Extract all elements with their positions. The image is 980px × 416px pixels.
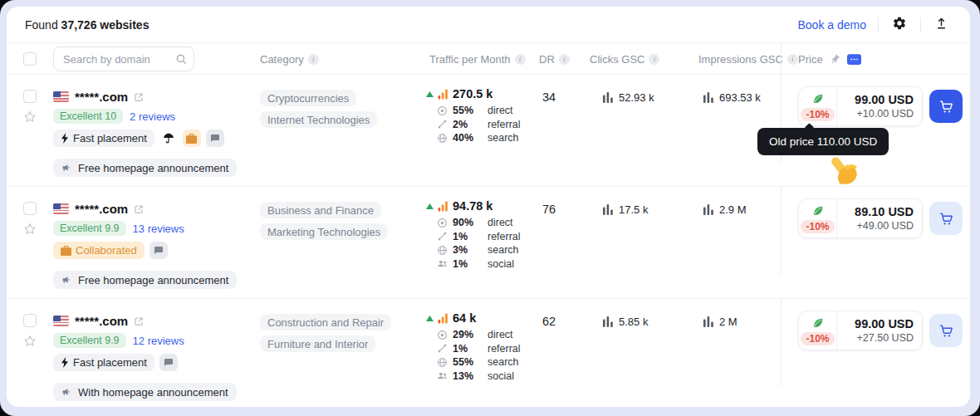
info-icon[interactable]: i [515, 54, 526, 65]
leaf-icon [811, 92, 825, 105]
traffic-source-label: social [488, 370, 514, 382]
discount-badge[interactable]: -10% [801, 108, 834, 121]
traffic-pct: 29% [453, 329, 483, 340]
old-price-tooltip: Old price 110.00 USD [757, 128, 889, 155]
column-price[interactable]: Price [781, 43, 970, 75]
price-extra: +10.00 USD [857, 108, 914, 120]
impressions-cell: 2.9 M [692, 202, 781, 290]
external-link-icon[interactable] [134, 204, 144, 214]
category-tag: Business and Finance [260, 202, 381, 218]
topbar: Found 37,726 websites Book a demo [7, 7, 970, 43]
column-dr[interactable]: DRi [532, 53, 583, 66]
coupon-icon[interactable] [847, 54, 861, 65]
umbrella-icon[interactable] [159, 130, 178, 147]
row-checkbox[interactable] [23, 202, 37, 215]
column-traffic[interactable]: Traffic per Monthi [423, 53, 532, 66]
reviews-link[interactable]: 13 reviews [133, 223, 184, 235]
traffic-source-label: referral [488, 343, 521, 355]
select-all-cell [23, 52, 53, 66]
external-link-icon[interactable] [134, 316, 144, 326]
comment-icon[interactable] [159, 354, 178, 371]
search-input[interactable] [53, 46, 194, 71]
domain-name[interactable]: *****.com [75, 90, 128, 104]
megaphone-icon [61, 163, 73, 174]
settings-button[interactable] [890, 14, 909, 35]
direct-icon [436, 330, 448, 340]
traffic-value: 64 k [453, 311, 476, 325]
search-cell [53, 46, 253, 71]
rating-badge: Excellent 9.9 [53, 333, 126, 348]
info-icon[interactable]: i [559, 54, 570, 65]
search-box[interactable] [53, 46, 194, 71]
traffic-pct: 40% [453, 132, 483, 144]
export-button[interactable] [933, 15, 950, 35]
category-tag: Furniture and Interior [260, 335, 375, 352]
reviews-link[interactable]: 2 reviews [130, 110, 175, 123]
discount-badge[interactable]: -10% [801, 332, 834, 345]
dr-cell: 34 [532, 90, 583, 178]
briefcase-icon[interactable] [183, 130, 201, 147]
comment-icon[interactable] [149, 242, 168, 259]
category-cell: CryptocurrenciesInternet Technologies [253, 90, 423, 178]
row-select-cell [23, 90, 53, 178]
clicks-value: 52.93 k [619, 91, 654, 104]
search-icon [436, 245, 448, 256]
search-icon [436, 357, 448, 368]
us-flag-icon [53, 203, 69, 214]
rating-badge: Excellent 10 [53, 109, 123, 124]
info-icon[interactable]: i [308, 54, 319, 65]
price-card: -10% 99.00 USD +10.00 USD [798, 86, 923, 126]
traffic-breakdown-row: 1%referral [426, 231, 532, 242]
table-row: *****.com Excellent 9.9 13 reviews Colla… [7, 187, 970, 299]
column-impressions[interactable]: Impressions GSCi [692, 53, 781, 66]
marketplace-panel: Found 37,726 websites Book a demo [7, 7, 970, 407]
traffic-source-label: search [488, 244, 519, 256]
favorite-star-icon[interactable] [22, 334, 37, 349]
select-all-checkbox[interactable] [23, 52, 37, 66]
domain-cell: *****.com Excellent 9.9 13 reviews Colla… [53, 202, 253, 290]
book-demo-link[interactable]: Book a demo [798, 18, 867, 32]
pin-icon[interactable] [827, 51, 842, 66]
traffic-value: 270.5 k [453, 87, 492, 100]
divider [920, 17, 921, 32]
add-to-cart-button[interactable] [929, 202, 963, 235]
results-count-prefix: Found [25, 18, 58, 32]
table-row: *****.com Excellent 10 2 reviews Fast pl… [7, 75, 970, 187]
column-category[interactable]: Categoryi [253, 53, 423, 66]
category-tag: Marketing Technologies [260, 223, 388, 240]
favorite-star-icon[interactable] [22, 110, 37, 125]
info-icon[interactable]: i [649, 54, 659, 65]
leaf-icon [811, 204, 825, 218]
traffic-bars-icon [438, 201, 448, 212]
domain-name[interactable]: *****.com [75, 314, 128, 328]
bar-chart-icon [703, 204, 713, 215]
traffic-breakdown-row: 3%search [426, 244, 532, 256]
results-count: Found 37,726 websites [25, 18, 149, 32]
divider [878, 17, 879, 32]
traffic-cell: 94.78 k 90%direct1%referral3%search1%soc… [423, 202, 532, 290]
dr-cell: 62 [532, 314, 583, 401]
traffic-pct: 3% [453, 244, 483, 256]
row-checkbox[interactable] [23, 314, 37, 327]
domain-cell: *****.com Excellent 10 2 reviews Fast pl… [53, 90, 253, 178]
domain-name[interactable]: *****.com [75, 202, 128, 216]
row-checkbox[interactable] [23, 90, 37, 103]
reviews-link[interactable]: 12 reviews [133, 335, 184, 347]
clicks-cell: 17.5 k [583, 202, 692, 290]
gear-icon [892, 16, 907, 33]
discount-badge[interactable]: -10% [801, 220, 834, 233]
traffic-breakdown-row: 29%direct [426, 329, 532, 340]
add-to-cart-button[interactable] [929, 90, 963, 123]
favorite-star-icon[interactable] [22, 222, 37, 237]
trend-up-icon [426, 91, 434, 97]
dr-cell: 76 [532, 202, 583, 290]
us-flag-icon [53, 91, 69, 102]
comment-icon[interactable] [206, 130, 224, 147]
add-to-cart-button[interactable] [929, 314, 963, 347]
column-clicks[interactable]: Clicks GSCi [583, 53, 692, 66]
traffic-source-label: search [488, 132, 519, 144]
traffic-breakdown-row: 1%referral [426, 343, 532, 355]
referral-icon [436, 343, 448, 354]
external-link-icon[interactable] [134, 92, 144, 102]
traffic-pct: 1% [453, 231, 483, 242]
